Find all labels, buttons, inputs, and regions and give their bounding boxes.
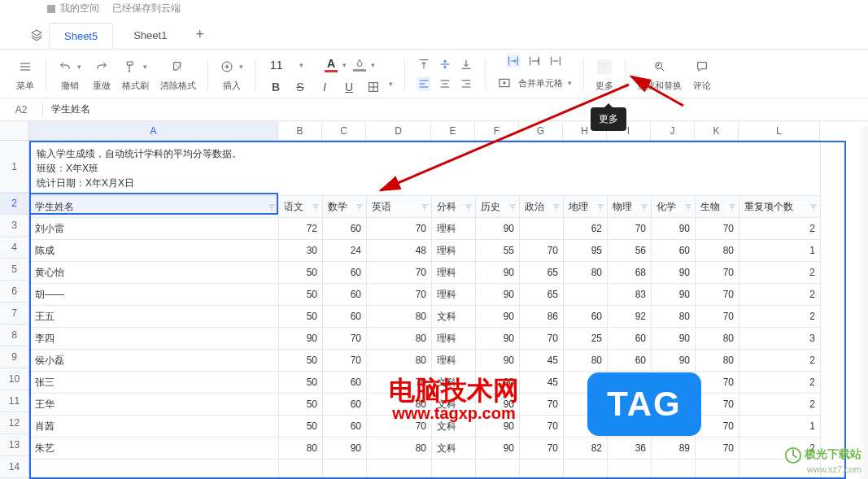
table-cell[interactable] (476, 459, 520, 480)
table-cell[interactable]: 70 (696, 306, 739, 328)
row-header[interactable]: 11 (0, 390, 28, 412)
table-cell[interactable]: 2 (739, 306, 821, 328)
comment-button[interactable]: 评论 (688, 54, 716, 94)
table-cell[interactable]: 82 (564, 438, 608, 459)
table-cell[interactable]: 80 (367, 350, 432, 372)
table-cell[interactable]: 83 (608, 284, 652, 306)
table-cell[interactable]: 70 (696, 394, 739, 416)
clear-format-button[interactable]: 清除格式 (155, 54, 201, 94)
borders-button[interactable] (366, 80, 381, 94)
table-cell[interactable]: 45 (520, 372, 564, 394)
table-cell[interactable]: 90 (476, 306, 520, 328)
wrap-clip-icon[interactable] (548, 54, 563, 68)
table-cell[interactable] (279, 459, 323, 480)
add-sheet-button[interactable]: + (187, 26, 212, 43)
table-cell[interactable]: 50 (279, 284, 323, 306)
row-header[interactable]: 13 (0, 434, 28, 456)
table-cell[interactable]: 70 (520, 438, 564, 459)
table-header-cell[interactable]: 政治 (520, 196, 564, 218)
table-cell[interactable]: 2 (739, 262, 821, 284)
row-header[interactable]: 9 (0, 346, 28, 368)
table-cell[interactable]: 2 (739, 372, 821, 394)
table-cell[interactable]: 60 (323, 394, 367, 416)
font-size-input[interactable]: 11 (267, 57, 294, 73)
row-header[interactable]: 3 (0, 215, 28, 237)
table-cell[interactable]: 80 (279, 438, 323, 459)
table-cell[interactable]: 90 (476, 328, 520, 350)
table-cell[interactable]: 50 (279, 372, 323, 394)
table-cell[interactable]: 胡—— (30, 284, 279, 306)
table-cell[interactable]: 90 (652, 262, 696, 284)
table-cell[interactable]: 肖茜 (30, 416, 279, 438)
table-cell[interactable]: 李四 (30, 328, 279, 350)
find-replace-button[interactable]: 查找和替换 (632, 54, 687, 94)
fill-color-button[interactable] (353, 58, 366, 72)
table-cell[interactable]: 王五 (30, 306, 279, 328)
table-cell[interactable]: 朱艺 (30, 438, 279, 459)
table-cell[interactable]: 50 (279, 306, 323, 328)
table-header-cell[interactable]: 英语 (367, 196, 432, 218)
table-header-cell[interactable]: 历史 (476, 196, 520, 218)
valign-middle-icon[interactable] (438, 57, 452, 72)
table-cell[interactable]: 90 (476, 350, 520, 372)
font-color-button[interactable]: A (325, 57, 338, 72)
table-cell[interactable]: 2 (739, 394, 821, 416)
underline-button[interactable]: U (342, 80, 356, 94)
wrap-auto-icon[interactable] (506, 54, 521, 68)
table-cell[interactable]: 2 (739, 218, 821, 240)
row-header[interactable]: 2 (0, 193, 28, 215)
table-cell[interactable]: 1 (739, 240, 821, 262)
table-cell[interactable]: 陈成 (30, 240, 279, 262)
valign-top-icon[interactable] (417, 57, 431, 72)
table-cell[interactable]: 62 (564, 218, 608, 240)
bold-button[interactable]: B (268, 80, 283, 94)
table-cell[interactable]: 70 (608, 218, 652, 240)
table-cell[interactable]: 60 (564, 306, 608, 328)
table-cell[interactable]: 90 (652, 350, 696, 372)
table-cell[interactable]: 65 (520, 284, 564, 306)
table-cell[interactable]: 刘小雷 (30, 218, 279, 240)
name-box[interactable]: A2 (0, 104, 42, 115)
table-cell[interactable]: 90 (476, 284, 520, 306)
table-cell[interactable]: 70 (520, 416, 564, 438)
table-cell[interactable]: 理科 (432, 240, 476, 262)
more-button[interactable]: 更多 (591, 54, 618, 94)
valign-bottom-icon[interactable] (459, 57, 473, 72)
table-cell[interactable]: 文科 (432, 438, 476, 459)
table-cell[interactable]: 2 (739, 284, 821, 306)
table-cell[interactable]: 理科 (432, 350, 476, 372)
column-header[interactable]: J (651, 121, 695, 141)
row-header[interactable]: 8 (0, 324, 28, 346)
table-cell[interactable]: 36 (608, 438, 652, 459)
insert-button[interactable]: ▾ 插入 (215, 54, 248, 94)
table-cell[interactable]: 90 (652, 284, 696, 306)
sheet-tab-other[interactable]: Sheet1 (118, 22, 182, 48)
table-header-cell[interactable]: 地理 (564, 196, 608, 218)
column-header[interactable]: A (29, 121, 278, 141)
table-cell[interactable]: 80 (696, 350, 739, 372)
table-cell[interactable]: 68 (608, 262, 652, 284)
redo-button[interactable]: 重做 (88, 54, 116, 94)
table-cell[interactable]: 70 (323, 350, 367, 372)
column-header[interactable]: B (278, 121, 322, 141)
table-cell[interactable]: 90 (279, 328, 323, 350)
table-cell[interactable]: 50 (279, 262, 323, 284)
table-cell[interactable]: 50 (279, 416, 323, 438)
table-cell[interactable]: 90 (652, 218, 696, 240)
table-cell[interactable] (652, 459, 696, 480)
table-cell[interactable]: 90 (476, 438, 520, 459)
table-cell[interactable]: 60 (608, 350, 652, 372)
table-cell[interactable]: 王华 (30, 394, 279, 416)
menu-button[interactable]: 菜单 (11, 54, 39, 94)
table-cell[interactable]: 理科 (432, 218, 476, 240)
table-cell[interactable] (696, 459, 739, 480)
table-cell[interactable]: 70 (696, 416, 739, 438)
table-cell[interactable]: 理科 (432, 262, 476, 284)
table-header-cell[interactable]: 生物 (696, 196, 739, 218)
breadcrumb-space[interactable]: 我的空间 (47, 2, 99, 15)
table-cell[interactable]: 60 (608, 328, 652, 350)
table-cell[interactable]: 92 (608, 306, 652, 328)
table-cell[interactable]: 90 (652, 328, 696, 350)
table-cell[interactable]: 黄心怡 (30, 262, 279, 284)
table-cell[interactable]: 80 (652, 306, 696, 328)
